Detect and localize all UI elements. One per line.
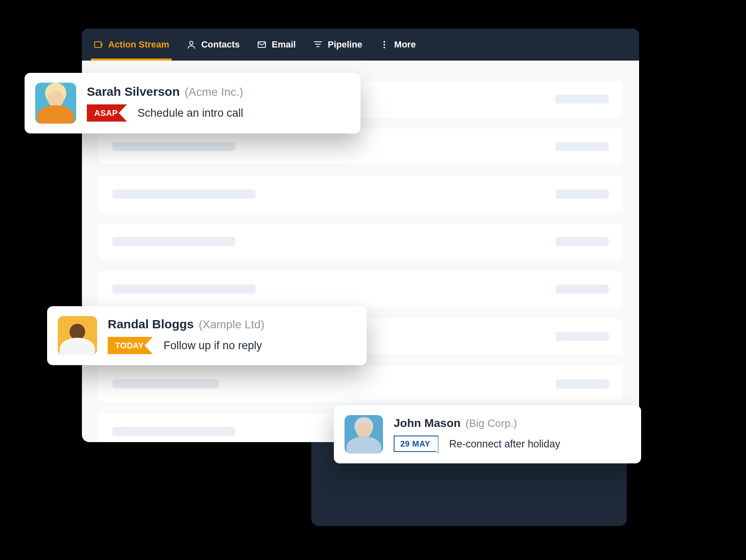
contact-name: John Mason (394, 417, 460, 430)
action-text: Schedule an intro call (138, 107, 243, 120)
tab-action-stream[interactable]: Action Stream (93, 29, 169, 61)
avatar (35, 83, 76, 124)
tab-pipeline[interactable]: Pipeline (313, 29, 362, 61)
action-text: Re-connect after holiday (449, 438, 560, 450)
skeleton-text (112, 237, 235, 246)
tag-label: ASAP (94, 108, 118, 118)
contact-card[interactable]: Randal Bloggs (Xample Ltd) TODAY Follow … (47, 306, 367, 365)
email-icon (257, 40, 267, 50)
name-row: John Mason (Big Corp.) (394, 417, 560, 430)
list-item[interactable] (98, 366, 623, 402)
priority-tag-today[interactable]: TODAY (108, 337, 153, 354)
action-stream-icon (93, 40, 103, 50)
card-body: Sarah Silverson (Acme Inc.) ASAP Schedul… (87, 85, 243, 122)
tab-label: Email (272, 39, 296, 50)
contact-name: Sarah Silverson (87, 85, 180, 99)
name-row: Sarah Silverson (Acme Inc.) (87, 85, 243, 99)
skeleton-text (112, 379, 219, 388)
skeleton-text (556, 285, 609, 294)
tag-label: TODAY (115, 341, 144, 350)
skeleton-text (112, 285, 256, 294)
action-row: ASAP Schedule an intro call (87, 104, 243, 122)
avatar (345, 415, 383, 454)
tag-label: 29 MAY (400, 439, 430, 449)
list-item[interactable] (98, 224, 623, 260)
contact-company: (Big Corp.) (465, 417, 517, 430)
svg-point-1 (190, 41, 193, 45)
svg-rect-0 (95, 42, 101, 47)
list-item[interactable] (98, 271, 623, 307)
skeleton-text (556, 379, 609, 388)
card-body: Randal Bloggs (Xample Ltd) TODAY Follow … (108, 317, 264, 354)
skeleton-text (556, 142, 609, 151)
nav-bar: Action Stream Contacts Email Pipeline Mo (82, 29, 639, 61)
contact-card[interactable]: John Mason (Big Corp.) 29 MAY Re-connect… (334, 405, 641, 463)
contact-company: (Xample Ltd) (199, 318, 264, 331)
contacts-icon (186, 40, 196, 50)
name-row: Randal Bloggs (Xample Ltd) (108, 317, 264, 331)
list-item[interactable] (98, 176, 623, 212)
skeleton-text (112, 142, 235, 151)
tab-label: Action Stream (108, 39, 169, 50)
svg-point-3 (383, 41, 385, 43)
pipeline-icon (313, 40, 323, 50)
avatar (58, 316, 97, 355)
action-text: Follow up if no reply (163, 339, 262, 352)
skeleton-text (556, 190, 609, 199)
svg-point-4 (383, 44, 385, 45)
priority-tag-date[interactable]: 29 MAY (394, 436, 438, 452)
skeleton-text (112, 190, 256, 199)
svg-point-5 (383, 47, 385, 48)
action-row: 29 MAY Re-connect after holiday (394, 436, 560, 452)
skeleton-text (112, 427, 235, 436)
tab-more[interactable]: More (379, 29, 416, 61)
more-icon (379, 40, 389, 50)
priority-tag-asap[interactable]: ASAP (87, 104, 127, 122)
contact-company: (Acme Inc.) (185, 86, 243, 99)
tab-label: Pipeline (328, 39, 362, 50)
skeleton-text (556, 237, 609, 246)
card-body: John Mason (Big Corp.) 29 MAY Re-connect… (394, 417, 560, 452)
tab-email[interactable]: Email (257, 29, 296, 61)
skeleton-text (556, 332, 609, 341)
skeleton-text (556, 95, 609, 104)
action-row: TODAY Follow up if no reply (108, 337, 264, 354)
contact-name: Randal Bloggs (108, 317, 194, 331)
tab-label: More (394, 39, 416, 50)
tab-label: Contacts (201, 39, 240, 50)
list-item[interactable] (98, 129, 623, 165)
tab-contacts[interactable]: Contacts (186, 29, 240, 61)
contact-card[interactable]: Sarah Silverson (Acme Inc.) ASAP Schedul… (25, 73, 361, 133)
